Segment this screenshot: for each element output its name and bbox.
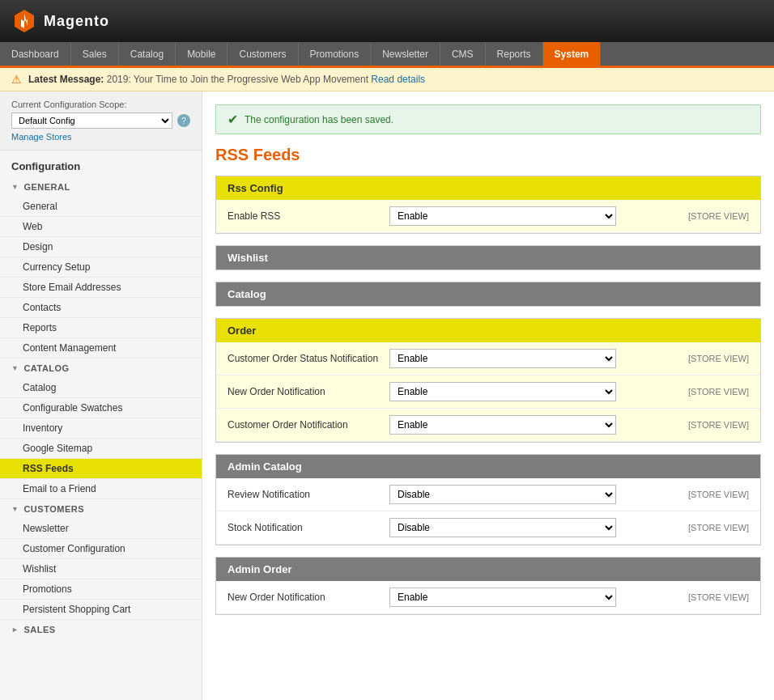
alert-icon: ⚠ [11, 73, 22, 86]
new-order-notification-label: New Order Notification [228, 386, 389, 397]
arrow-icon: ▼ [11, 183, 19, 191]
sidebar-item-rss-feeds[interactable]: RSS Feeds [0, 459, 202, 479]
sidebar-item-reports[interactable]: Reports [0, 318, 202, 338]
nav-promotions[interactable]: Promotions [299, 42, 372, 66]
manage-stores-link[interactable]: Manage Stores [11, 132, 190, 142]
sidebar-item-inventory[interactable]: Inventory [0, 418, 202, 439]
sidebar-item-contacts[interactable]: Contacts [0, 298, 202, 318]
sidebar-item-email-to-friend[interactable]: Email to a Friend [0, 479, 202, 499]
stock-notification-label: Stock Notification [228, 522, 389, 533]
admin-new-order-notification-badge: [STORE VIEW] [688, 592, 749, 602]
customer-order-status-label: Customer Order Status Notification [228, 353, 389, 364]
enable-rss-row: Enable RSS Enable Disable [STORE VIEW] [216, 200, 760, 233]
alert-message: 2019: Your Time to Join the Progressive … [107, 74, 368, 85]
rss-config-header[interactable]: Rss Config [216, 176, 760, 200]
new-order-notification-badge: [STORE VIEW] [688, 387, 749, 397]
nav-catalog[interactable]: Catalog [119, 42, 176, 66]
sidebar-item-design[interactable]: Design [0, 237, 202, 257]
sidebar-item-general[interactable]: General [0, 197, 202, 217]
customer-order-notification-badge: [STORE VIEW] [688, 420, 749, 430]
customer-order-notification-select[interactable]: Enable Disable [389, 415, 616, 435]
sidebar-item-wishlist[interactable]: Wishlist [0, 559, 202, 579]
sidebar-section-title: Configuration [0, 151, 202, 177]
success-icon: ✔ [228, 112, 238, 127]
customer-order-status-row: Customer Order Status Notification Enabl… [216, 342, 760, 375]
review-notification-label: Review Notification [228, 489, 389, 500]
sidebar-group-customers[interactable]: ▼ CUSTOMERS [0, 499, 202, 519]
admin-new-order-notification-select[interactable]: Enable Disable [389, 588, 616, 607]
admin-catalog-header[interactable]: Admin Catalog [216, 455, 760, 478]
admin-order-header[interactable]: Admin Order [216, 558, 760, 581]
alert-link[interactable]: Read details [371, 74, 425, 85]
nav-customers[interactable]: Customers [228, 42, 298, 66]
nav-mobile[interactable]: Mobile [176, 42, 228, 66]
new-order-notification-select[interactable]: Enable Disable [389, 382, 616, 401]
customer-order-status-select[interactable]: Enable Disable [389, 349, 616, 368]
magento-logo-icon [11, 8, 37, 34]
sidebar-group-catalog[interactable]: ▼ CATALOG [0, 358, 202, 378]
stock-notification-row: Stock Notification Disable Enable [STORE… [216, 511, 760, 545]
review-notification-row: Review Notification Disable Enable [STOR… [216, 478, 760, 511]
header: Magento [0, 0, 774, 42]
stock-notification-select[interactable]: Disable Enable [389, 518, 616, 537]
scope-section: Current Configuration Scope: Default Con… [0, 91, 202, 151]
sidebar-group-general[interactable]: ▼ GENERAL [0, 177, 202, 197]
review-notification-select[interactable]: Disable Enable [389, 485, 616, 504]
order-section: Order Customer Order Status Notification… [215, 318, 761, 443]
nav-system[interactable]: System [543, 42, 602, 66]
enable-rss-badge: [STORE VIEW] [688, 211, 749, 221]
sidebar-item-store-email[interactable]: Store Email Addresses [0, 278, 202, 298]
order-header[interactable]: Order [216, 319, 760, 342]
enable-rss-select[interactable]: Enable Disable [389, 206, 616, 226]
review-notification-badge: [STORE VIEW] [688, 490, 749, 499]
catalog-section-header[interactable]: Catalog [216, 282, 760, 306]
sidebar: Current Configuration Scope: Default Con… [0, 91, 202, 700]
arrow-icon: ► [11, 626, 19, 634]
nav-newsletter[interactable]: Newsletter [371, 42, 440, 66]
sidebar-item-content-management[interactable]: Content Management [0, 338, 202, 358]
logo-text: Magento [44, 13, 109, 30]
scope-label: Current Configuration Scope: [11, 100, 190, 109]
sidebar-item-currency-setup[interactable]: Currency Setup [0, 257, 202, 278]
stock-notification-badge: [STORE VIEW] [688, 523, 749, 532]
admin-new-order-notification-row: New Order Notification Enable Disable [S… [216, 581, 760, 614]
sidebar-item-web[interactable]: Web [0, 217, 202, 237]
alert-bar: ⚠ Latest Message: 2019: Your Time to Joi… [0, 68, 774, 91]
sidebar-group-sales[interactable]: ► SALES [0, 620, 202, 639]
new-order-notification-row: New Order Notification Enable Disable [S… [216, 375, 760, 409]
scope-select[interactable]: Default Config [11, 112, 172, 129]
sidebar-item-catalog[interactable]: Catalog [0, 378, 202, 398]
rss-config-section: Rss Config Enable RSS Enable Disable [ST… [215, 176, 761, 234]
sidebar-item-promotions[interactable]: Promotions [0, 579, 202, 600]
sidebar-item-newsletter[interactable]: Newsletter [0, 519, 202, 539]
sidebar-item-configurable-swatches[interactable]: Configurable Swatches [0, 398, 202, 418]
catalog-section: Catalog [215, 282, 761, 307]
sidebar-item-persistent-cart[interactable]: Persistent Shopping Cart [0, 600, 202, 620]
scope-help-icon[interactable]: ? [177, 114, 190, 127]
customer-order-status-badge: [STORE VIEW] [688, 354, 749, 363]
success-message: ✔ The configuration has been saved. [215, 104, 761, 134]
customer-order-notification-label: Customer Order Notification [228, 419, 389, 431]
page-title: RSS Feeds [215, 146, 761, 164]
content-area: ✔ The configuration has been saved. RSS … [202, 91, 774, 700]
admin-catalog-section: Admin Catalog Review Notification Disabl… [215, 454, 761, 545]
wishlist-header[interactable]: Wishlist [216, 246, 760, 269]
nav-sales[interactable]: Sales [71, 42, 119, 66]
admin-order-section: Admin Order New Order Notification Enabl… [215, 557, 761, 615]
nav-reports[interactable]: Reports [486, 42, 543, 66]
admin-new-order-notification-label: New Order Notification [228, 592, 389, 603]
logo: Magento [11, 8, 109, 34]
sidebar-item-customer-config[interactable]: Customer Configuration [0, 539, 202, 559]
success-text: The configuration has been saved. [245, 114, 393, 125]
customer-order-notification-row: Customer Order Notification Enable Disab… [216, 409, 760, 442]
wishlist-section: Wishlist [215, 245, 761, 270]
alert-prefix: Latest Message: [28, 74, 104, 85]
arrow-icon: ▼ [11, 364, 19, 372]
nav-dashboard[interactable]: Dashboard [0, 42, 71, 66]
nav-cms[interactable]: CMS [440, 42, 486, 66]
top-nav: Dashboard Sales Catalog Mobile Customers… [0, 42, 774, 68]
main-layout: Current Configuration Scope: Default Con… [0, 91, 774, 700]
sidebar-item-google-sitemap[interactable]: Google Sitemap [0, 439, 202, 459]
enable-rss-label: Enable RSS [228, 210, 389, 222]
arrow-icon: ▼ [11, 505, 19, 513]
